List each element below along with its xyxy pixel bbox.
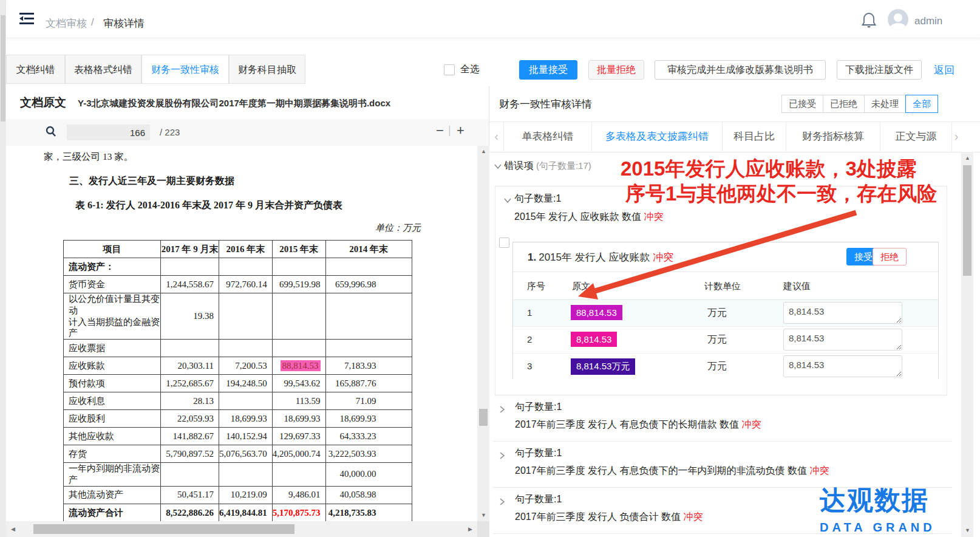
doc-row-value: 88,814.53 [272, 357, 325, 375]
module-tab-0[interactable]: 文档纠错 [6, 55, 65, 84]
scroll-down-icon[interactable]: ▼ [965, 528, 970, 533]
doc-row-value: 5,170,875.73 [272, 504, 325, 521]
doc-row-label: 应收利息 [64, 392, 161, 410]
document-vertical-scrollbar[interactable]: ▲ ▼ [477, 146, 489, 521]
review-tab-0[interactable]: 单表格纠错 [504, 121, 592, 151]
batch-accept-button[interactable]: 批量接受 [519, 60, 577, 80]
module-tab-3[interactable]: 财务科目抽取 [229, 55, 305, 84]
original-value-chip[interactable]: 88,814.53 [571, 305, 622, 320]
error-group-label: 错误项 [504, 160, 533, 171]
module-tab-2[interactable]: 财务一致性审核 [141, 55, 229, 84]
error-item-checkbox[interactable] [499, 238, 509, 248]
select-all-label[interactable]: 全选 [460, 63, 480, 76]
filter-button-2[interactable]: 未处理 [864, 95, 906, 113]
suggestion-textarea[interactable]: 8,814.53 [783, 329, 902, 351]
original-value-chip[interactable]: 8,814.53万元 [571, 358, 635, 375]
review-vertical-scrollbar[interactable]: ▲ ▼ [961, 152, 973, 537]
scroll-up-icon[interactable]: ▲ [965, 156, 970, 161]
doc-row-value: 1,244,558.67 [161, 276, 219, 293]
notification-bell-icon[interactable] [861, 12, 877, 29]
module-tab-1[interactable]: 表格格式纠错 [65, 55, 141, 84]
collapse-menu-icon[interactable] [18, 12, 35, 26]
document-panel-title: 文档原文 [20, 95, 66, 111]
tabs-prev-icon[interactable]: ‹ [489, 121, 504, 151]
doc-row-value: 8,522,886.26 [161, 504, 219, 521]
scroll-up-icon[interactable]: ▲ [481, 149, 486, 154]
watermark-en: DATA GRAND [820, 521, 936, 535]
doc-row-label: 预付款项 [64, 375, 161, 392]
doc-table-row: 预付款项1,252,685.67194,248.5099,543.62165,8… [64, 375, 412, 392]
doc-row-value [325, 258, 412, 276]
document-horizontal-scrollbar[interactable]: ◀ ▶ [6, 521, 477, 537]
document-hscrollbar-thumb[interactable] [33, 524, 294, 534]
finish-generate-button[interactable]: 审核完成并生成修改版募集说明书 [655, 60, 826, 80]
doc-row-label: 货币资金 [64, 276, 161, 293]
column-unit: 计数单位 [704, 281, 741, 292]
doc-row-value: 659,996.98 [325, 276, 412, 293]
review-tab-4[interactable]: 正文与源 [880, 121, 952, 151]
download-annotated-button[interactable]: 下载批注版文件 [837, 60, 922, 80]
scroll-left-icon[interactable]: ◀ [11, 527, 15, 532]
conflict-label: 冲突 [809, 465, 829, 476]
doc-row-value [272, 293, 325, 340]
back-link[interactable]: 返回 [934, 63, 954, 77]
doc-row-value: 4,218,735.83 [325, 504, 412, 521]
chevron-down-icon[interactable] [504, 195, 511, 206]
doc-row-value: 99,543.62 [272, 375, 325, 392]
error-description: 2015年 发行人 应收账款 数值 冲突 [514, 211, 663, 224]
user-avatar[interactable] [888, 9, 908, 30]
collapsed-error-item-0[interactable]: 句子数量:12017年前三季度 发行人 有息负债下的长期借款 数值 冲突 [493, 395, 952, 442]
scroll-down-icon[interactable]: ▼ [481, 513, 486, 518]
doc-table-row: 流动资产合计8,522,886.266,419,844.815,170,875.… [64, 504, 412, 521]
original-value-chip[interactable]: 8,814.53 [571, 332, 617, 347]
page-number-input[interactable] [67, 125, 150, 140]
highlighted-conflict-value[interactable]: 88,814.53 [281, 360, 321, 371]
doc-row-value: 9,486.01 [272, 486, 325, 504]
chevron-right-icon[interactable] [499, 405, 505, 416]
search-icon[interactable] [45, 125, 57, 141]
filter-button-0[interactable]: 已接受 [781, 95, 823, 113]
scroll-right-icon[interactable]: ▶ [468, 527, 472, 532]
chevron-right-icon[interactable] [499, 451, 505, 462]
doc-row-label: 其他流动资产 [64, 486, 161, 504]
batch-reject-button[interactable]: 批量拒绝 [588, 60, 644, 80]
conflict-card-header: 1.2015年 发行人 应收账款 冲突 接受 拒绝 [513, 242, 938, 272]
error-description: 2017年前三季度 发行人 有息负债下的一年内到期的非流动负债 数值 冲突 [515, 465, 829, 477]
document-panel-header: 文档原文 Y-3北京城建投资发展股份有限公司2017年度第一期中期票据募集说明书… [6, 86, 489, 120]
breadcrumb-parent[interactable]: 文档审核 [46, 16, 87, 30]
left-edge-scrollbar[interactable] [0, 0, 6, 537]
collapsed-error-item-1[interactable]: 句子数量:12017年前三季度 发行人 有息负债下的一年内到期的非流动负债 数值… [493, 442, 952, 488]
user-name[interactable]: admin [914, 15, 942, 27]
left-edge-scrollbar-thumb[interactable] [1, 15, 5, 121]
doc-row-value: 22,059.93 [161, 410, 219, 428]
zoom-out-button[interactable]: − [436, 123, 444, 139]
doc-row-label: 一年内到期的非流动资产 [64, 463, 161, 487]
reject-button[interactable]: 拒绝 [873, 248, 907, 265]
doc-row-label: 应收账款 [64, 357, 161, 375]
filter-button-3[interactable]: 全部 [905, 95, 938, 113]
filter-button-1[interactable]: 已拒绝 [823, 95, 865, 113]
annotation-line1: 2015年发行人应收账款，3处披露 [621, 156, 917, 183]
error-group-row[interactable]: 错误项 (句子数量:17) [494, 160, 591, 173]
suggestion-textarea[interactable]: 8,814.53 [783, 355, 902, 377]
doc-table-row: 应收利息28.13113.5971.09 [64, 392, 412, 410]
sentence-count-label[interactable]: 句子数量:1 [514, 193, 561, 205]
error-description: 2017年前三季度 发行人 负债合计 数值 冲突 [515, 511, 703, 524]
suggestion-textarea[interactable]: 8,814.53 [783, 302, 902, 324]
balance-sheet-table: 项目2017 年 9 月末2016 年末2015 年末2014 年末流动资产：货… [63, 240, 412, 521]
document-page[interactable]: 家，三级公司 13 家。 三、发行人近三年及一期主要财务数据 表 6-1: 发行… [6, 146, 477, 521]
review-tab-3[interactable]: 财务指标核算 [786, 121, 880, 151]
document-scrollbar-thumb[interactable] [479, 409, 488, 426]
zoom-in-button[interactable]: + [457, 123, 464, 139]
review-scrollbar-thumb[interactable] [963, 165, 971, 276]
review-list: 错误项 (句子数量:17) 句子数量:1 2015年 发行人 应收账款 数值 冲… [489, 152, 961, 537]
chevron-right-icon[interactable] [499, 497, 505, 508]
review-panel-header: 财务一致性审核详情 已接受已拒绝未处理全部 [489, 86, 980, 122]
review-tab-2[interactable]: 科目占比 [723, 121, 786, 151]
conflict-row-1: 188,814.53万元8,814.53 [513, 300, 938, 327]
document-filename: Y-3北京城建投资发展股份有限公司2017年度第一期中期票据募集说明书.docx [78, 98, 390, 109]
doc-table-row: 其他应收款141,882.67140,152.94129,697.3364,33… [64, 428, 412, 445]
select-all-checkbox[interactable] [444, 64, 455, 75]
review-tab-1[interactable]: 多表格及表文披露纠错 [592, 121, 723, 151]
tabs-next-icon[interactable]: › [952, 121, 961, 151]
